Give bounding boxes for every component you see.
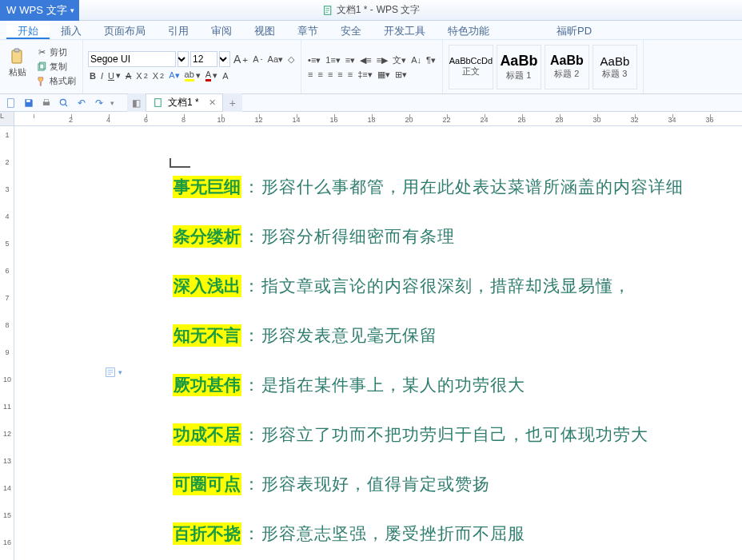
superscript-button[interactable]: X2 [134,70,149,81]
idiom-term[interactable]: 厥功甚伟 [173,374,241,396]
paragraph[interactable]: 百折不挠：形容意志坚强，屡受挫折而不屈服 [173,522,700,545]
cut-button[interactable]: ✂剪切 [34,46,78,60]
document-content[interactable]: 事无巨细：形容什么事都管，用在此处表达菜谱所涵盖的内容详细条分缕析：形容分析得细… [173,176,700,560]
tab-blank1[interactable] [501,21,523,39]
strikethrough-button[interactable]: A [124,70,133,81]
underline-button[interactable]: U▾ [106,70,122,81]
align-right-button[interactable]: ≡ [326,69,334,80]
align-center-button[interactable]: ≡ [316,69,324,80]
horizontal-ruler[interactable]: L 2468101214161820222426283032343638 [0,112,742,126]
idiom-definition[interactable]: 形容意志坚强，屡受挫折而不屈服 [261,522,525,545]
tab-home[interactable]: 开始 [6,21,50,39]
grow-font-button[interactable]: A+ [232,52,249,66]
tab-security[interactable]: 安全 [329,21,373,39]
italic-button[interactable]: I [99,70,105,81]
idiom-term[interactable]: 可圈可点 [173,473,241,495]
line-spacing-button[interactable]: ‡≡▾ [356,69,374,81]
format-painter-button[interactable]: 格式刷 [34,74,78,89]
bold-button[interactable]: B [88,70,98,81]
tab-foxit-pdf[interactable]: 福昕PD [545,21,603,39]
print-preview-button[interactable] [58,97,70,109]
paragraph[interactable]: 厥功甚伟：是指在某件事上，某人的功劳很大 [173,374,700,396]
style-normal[interactable]: AaBbCcDd正文 [449,45,493,89]
font-size-dropdown[interactable] [219,51,230,67]
distribute-button[interactable]: ≡ [346,69,354,80]
paragraph[interactable]: 深入浅出：指文章或言论的内容很深刻，措辞却浅显易懂， [173,275,700,297]
tab-insert[interactable]: 插入 [50,21,93,39]
new-doc-button[interactable] [5,97,18,109]
save-button[interactable] [22,97,35,109]
styles-group: AaBbCcDd正文 AaBb标题 1 AaBb标题 2 AaBb标题 3 [443,40,644,93]
tab-view[interactable]: 视图 [243,21,286,39]
idiom-term[interactable]: 事无巨细 [173,176,241,198]
paragraph[interactable]: 可圈可点：形容表现好，值得肯定或赞扬 [173,473,700,495]
idiom-definition[interactable]: 形容表现好，值得肯定或赞扬 [261,473,490,495]
style-heading1[interactable]: AaBb标题 1 [497,45,541,89]
qat-dropdown[interactable]: ▾ [110,99,114,107]
highlight-button[interactable]: ab▾ [183,69,202,82]
document-tab[interactable]: 文档1 * ✕ [146,93,223,112]
idiom-definition[interactable]: 形容分析得细密而有条理 [261,225,455,248]
copy-button[interactable]: 复制 [34,60,78,74]
colon: ： [243,423,260,446]
window-title: 文档1 * - WPS 文字 [322,3,421,17]
paste-button[interactable]: 粘贴 [5,46,30,89]
multilevel-button[interactable]: ≡▾ [344,54,357,66]
idiom-definition[interactable]: 是指在某件事上，某人的功劳很大 [261,374,525,396]
paragraph[interactable]: 功成不居：形容立了功而不把功劳归于自己，也可体现功劳大 [173,423,700,446]
idiom-definition[interactable]: 形容立了功而不把功劳归于自己，也可体现功劳大 [261,423,648,446]
increase-indent-button[interactable]: ≡▶ [375,54,389,66]
tab-chapter[interactable]: 章节 [286,21,329,39]
idiom-term[interactable]: 深入浅出 [173,275,241,297]
clear-format-button[interactable]: ◇ [286,54,296,66]
tab-blank2[interactable] [523,21,545,39]
paragraph[interactable]: 条分缕析：形容分析得细密而有条理 [173,225,700,248]
idiom-term[interactable]: 功成不居 [173,423,241,446]
subscript-button[interactable]: X2 [151,70,166,81]
idiom-term[interactable]: 百折不挠 [173,522,241,545]
style-heading2[interactable]: AaBb标题 2 [545,45,589,89]
idiom-term[interactable]: 条分缕析 [173,225,241,248]
print-button[interactable] [40,97,53,109]
paragraph[interactable]: 事无巨细：形容什么事都管，用在此处表达菜谱所涵盖的内容详细 [173,176,700,198]
change-case-button[interactable]: Aa▾ [266,54,285,66]
close-tab-button[interactable]: ✕ [209,97,216,108]
style-heading3[interactable]: AaBb标题 3 [592,45,637,89]
new-tab-button[interactable]: + [223,97,242,109]
tab-developer[interactable]: 开发工具 [373,21,437,39]
idiom-term[interactable]: 知无不言 [173,324,241,347]
tab-special[interactable]: 特色功能 [437,21,501,39]
tab-page-layout[interactable]: 页面布局 [93,21,157,39]
tab-references[interactable]: 引用 [157,21,200,39]
undo-button[interactable]: ↶ [75,97,88,109]
idiom-definition[interactable]: 指文章或言论的内容很深刻，措辞却浅显易懂， [261,275,631,297]
font-family-select[interactable] [88,51,176,67]
font-color-button[interactable]: A▾ [204,69,219,82]
text-effects-button[interactable]: A▾ [167,70,181,81]
font-size-select[interactable] [190,51,217,67]
decrease-indent-button[interactable]: ◀≡ [358,54,373,66]
tab-review[interactable]: 审阅 [200,21,243,39]
app-menu-button[interactable]: W WPS 文字 ▾ [0,0,79,21]
font-family-dropdown[interactable] [178,51,189,67]
redo-button[interactable]: ↷ [93,97,106,109]
align-left-button[interactable]: ≡ [306,69,314,80]
svg-rect-5 [7,98,14,107]
tab-list-button[interactable]: ◧ [127,97,146,109]
text-direction-button[interactable]: 文▾ [391,54,408,67]
sort-button[interactable]: A↓ [409,54,423,66]
borders-button[interactable]: ⊞▾ [393,69,409,81]
paragraph-layout-button[interactable]: ▾ [104,366,122,379]
shrink-font-button[interactable]: A- [251,54,264,65]
idiom-definition[interactable]: 形容什么事都管，用在此处表达菜谱所涵盖的内容详细 [261,176,684,198]
bullets-button[interactable]: •≡▾ [306,54,322,66]
show-marks-button[interactable]: ¶▾ [425,54,437,66]
align-justify-button[interactable]: ≡ [336,69,344,80]
document-canvas[interactable]: 事无巨细：形容什么事都管，用在此处表达菜谱所涵盖的内容详细条分缕析：形容分析得细… [14,126,742,560]
shading-button[interactable]: ▦▾ [376,69,392,81]
idiom-definition[interactable]: 形容发表意见毫无保留 [261,324,437,347]
paragraph[interactable]: 知无不言：形容发表意见毫无保留 [173,324,700,347]
numbering-button[interactable]: 1≡▾ [324,54,342,66]
vertical-ruler[interactable]: 12345678910111213141516 [0,126,14,560]
char-shading-button[interactable]: A [221,70,229,81]
